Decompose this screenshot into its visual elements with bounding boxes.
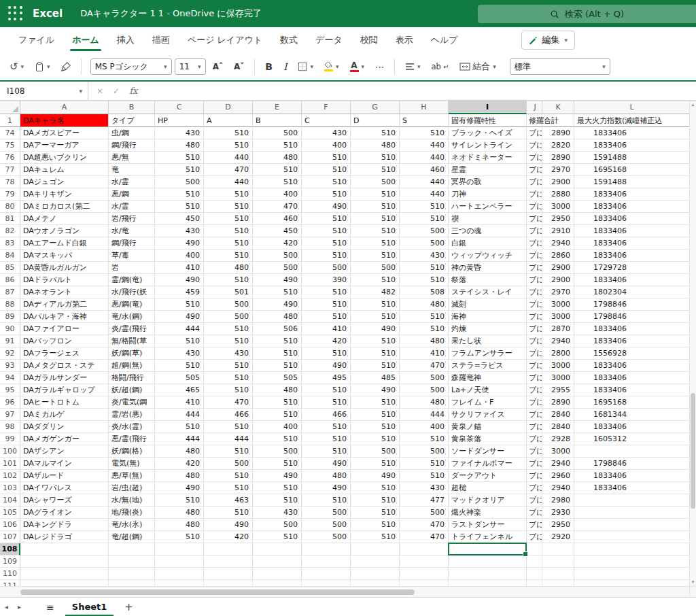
cell-hp-96[interactable]: 410	[155, 396, 204, 409]
cell-trait-99[interactable]: 黄泉茶落	[449, 433, 527, 445]
cell-name-81[interactable]: DAメテノ	[20, 213, 109, 225]
cell-hp-92[interactable]: 430	[155, 347, 204, 360]
cell-hp-94[interactable]: 505	[155, 372, 204, 384]
row-header-83[interactable]: 83	[0, 237, 20, 250]
row-header-94[interactable]: 94	[0, 372, 20, 384]
fill-color-button[interactable]: ▾	[320, 60, 343, 73]
cell-power-79[interactable]: 1833406	[574, 188, 689, 201]
cell-j-108[interactable]	[527, 543, 542, 555]
cell-total-85[interactable]: 2900	[542, 262, 574, 274]
cell-d-92[interactable]: 510	[351, 347, 400, 360]
cell-power-82[interactable]: 1833406	[574, 225, 689, 237]
cell-type-90[interactable]: 炎/霊(飛行	[109, 323, 155, 335]
cell-type-78[interactable]: 水/霊	[109, 176, 155, 188]
cell-b-95[interactable]: 480	[253, 384, 302, 396]
cell-d-74[interactable]: 510	[351, 127, 400, 139]
cell-a-109[interactable]	[204, 555, 253, 568]
cell-power-94[interactable]: 1833406	[574, 372, 689, 384]
cell-name-102[interactable]: DAザルード	[20, 470, 109, 482]
document-title[interactable]: DAキャラクター 1 1 - OneDrive に保存完了	[80, 7, 262, 20]
cell-c-111[interactable]	[302, 580, 351, 586]
cell-j-82[interactable]: ブに	[527, 225, 542, 237]
cell-j-99[interactable]: ブに	[527, 433, 542, 445]
cell-type-87[interactable]: 水/飛行(妖	[109, 286, 155, 298]
cell-d-98[interactable]: 510	[351, 421, 400, 433]
row-header-100[interactable]: 100	[0, 445, 20, 458]
cell-s-82[interactable]: 500	[400, 225, 449, 237]
cell-trait-95[interactable]: La+ノ天使	[449, 384, 527, 396]
cell-c-110[interactable]	[302, 568, 351, 580]
cell-j-77[interactable]: ブに	[527, 164, 542, 176]
add-sheet-button[interactable]: +	[120, 601, 137, 613]
cell-name-80[interactable]: DAミロカロス(第二	[20, 201, 109, 213]
cell-s-75[interactable]: 440	[400, 139, 449, 152]
cell-d-76[interactable]: 510	[351, 152, 400, 164]
row-header-81[interactable]: 81	[0, 213, 20, 225]
cell-name-107[interactable]: DAレジドラゴ	[20, 531, 109, 543]
wrap-text-button[interactable]: ab ↵	[428, 60, 453, 73]
cell-hp-111[interactable]	[155, 580, 204, 586]
cell-j-74[interactable]: ブに	[527, 127, 542, 139]
cell-b-74[interactable]: 500	[253, 127, 302, 139]
cell-name-75[interactable]: DAアーマーガア	[20, 139, 109, 152]
cell-name-78[interactable]: DAジュゴン	[20, 176, 109, 188]
cell-j-80[interactable]: ブに	[527, 201, 542, 213]
cell-a-79[interactable]: 510	[204, 188, 253, 201]
cell-name-98[interactable]: DAダダリン	[20, 421, 109, 433]
paste-button[interactable]: ▾	[31, 60, 54, 74]
cell-s-99[interactable]: 510	[400, 433, 449, 445]
cell-power-85[interactable]: 1729728	[574, 262, 689, 274]
cell-type-98[interactable]: 炎/水(霊)	[109, 421, 155, 433]
cell-a-108[interactable]	[204, 543, 253, 555]
cell-hp-1[interactable]: HP	[155, 114, 204, 127]
more-font-options-button[interactable]: ⋯	[371, 60, 388, 74]
cell-trait-108[interactable]	[449, 543, 527, 555]
cell-trait-110[interactable]	[449, 568, 527, 580]
cell-d-103[interactable]: 510	[351, 482, 400, 494]
cell-trait-77[interactable]: 星霊	[449, 164, 527, 176]
cell-s-98[interactable]: 400	[400, 421, 449, 433]
cell-b-106[interactable]: 500	[253, 519, 302, 531]
cell-trait-98[interactable]: 黄泉ノ錨	[449, 421, 527, 433]
search-box[interactable]: 検索 (Alt + Q)	[478, 5, 696, 23]
cell-a-78[interactable]: 440	[204, 176, 253, 188]
cell-name-97[interactable]: DAミカルゲ	[20, 409, 109, 421]
sheet-tab-sheet1[interactable]: Sheet1	[65, 598, 114, 616]
ribbon-tab-0[interactable]: ファイル	[10, 27, 63, 53]
cell-power-106[interactable]	[574, 519, 689, 531]
cell-b-86[interactable]: 490	[253, 274, 302, 286]
cell-d-107[interactable]: 510	[351, 531, 400, 543]
cell-c-87[interactable]: 510	[302, 286, 351, 298]
column-header-A[interactable]: A	[20, 101, 109, 114]
cell-type-100[interactable]: 妖/鋼(格)	[109, 445, 155, 458]
cell-d-93[interactable]: 510	[351, 360, 400, 372]
cell-c-88[interactable]: 510	[302, 298, 351, 311]
cell-type-91[interactable]: 無/格闘(草	[109, 335, 155, 347]
cell-trait-78[interactable]: 冥界の歌	[449, 176, 527, 188]
cell-s-84[interactable]: 430	[400, 250, 449, 262]
cell-j-87[interactable]: ブに	[527, 286, 542, 298]
cell-d-89[interactable]: 510	[351, 311, 400, 323]
cell-a-82[interactable]: 510	[204, 225, 253, 237]
cell-a-76[interactable]: 440	[204, 152, 253, 164]
cell-a-81[interactable]: 510	[204, 213, 253, 225]
cell-s-88[interactable]: 480	[400, 298, 449, 311]
cell-d-82[interactable]: 510	[351, 225, 400, 237]
cell-hp-105[interactable]: 480	[155, 507, 204, 519]
cell-j-75[interactable]: ブに	[527, 139, 542, 152]
cell-type-74[interactable]: 虫/鋼	[109, 127, 155, 139]
cell-j-96[interactable]: ブに	[527, 396, 542, 409]
cell-power-97[interactable]: 1681344	[574, 409, 689, 421]
cell-j-1[interactable]: 修羅合計	[527, 114, 542, 127]
cell-trait-84[interactable]: ウィップウィッチ	[449, 250, 527, 262]
row-header-103[interactable]: 103	[0, 482, 20, 494]
cell-hp-109[interactable]	[155, 555, 204, 568]
vertical-scrollbar-thumb[interactable]	[691, 393, 695, 509]
cell-b-88[interactable]: 490	[253, 298, 302, 311]
cell-name-104[interactable]: DAシャワーズ	[20, 494, 109, 507]
cell-total-80[interactable]: 3000	[542, 201, 574, 213]
row-header-75[interactable]: 75	[0, 139, 20, 152]
row-header-89[interactable]: 89	[0, 311, 20, 323]
row-header-96[interactable]: 96	[0, 396, 20, 409]
cell-power-78[interactable]: 1591488	[574, 176, 689, 188]
